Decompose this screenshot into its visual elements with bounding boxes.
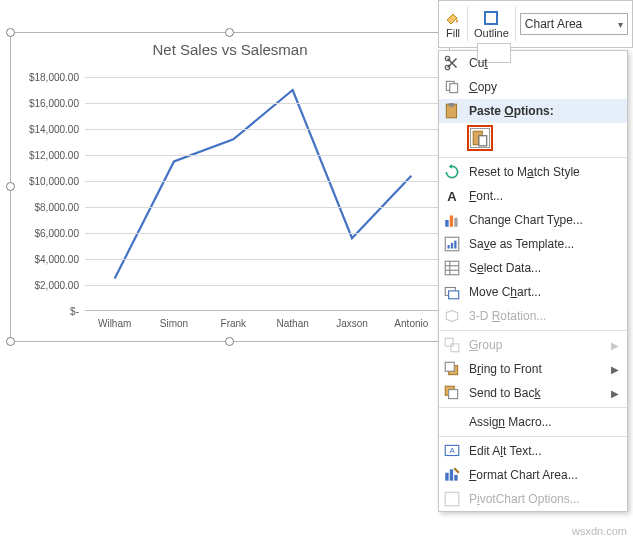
menu-format-chart-area[interactable]: Format Chart Area...: [439, 463, 627, 487]
menu-save-template[interactable]: Save as Template...: [439, 232, 627, 256]
menu-alt-text-label: Edit Alt Text...: [469, 444, 542, 458]
y-tick-label: $16,000.00: [17, 98, 79, 109]
svg-rect-8: [479, 136, 487, 146]
menu-paste-options-label: Paste Options:: [469, 104, 554, 118]
data-line: [85, 77, 441, 311]
paint-bucket-icon: [445, 10, 461, 26]
paste-use-destination-theme-button[interactable]: [467, 125, 493, 151]
x-tick-label: Jaxson: [336, 318, 368, 329]
alt-text-icon: A: [443, 442, 461, 460]
gridline: [85, 77, 441, 78]
menu-bring-to-front[interactable]: Bring to Front ▶: [439, 357, 627, 381]
chart-element-value: Chart Area: [525, 17, 582, 31]
svg-rect-23: [451, 344, 459, 352]
resize-handle-sw[interactable]: [6, 337, 15, 346]
gridline: [85, 129, 441, 130]
y-tick-label: $18,000.00: [17, 72, 79, 83]
svg-rect-10: [450, 216, 453, 227]
gridline: [85, 259, 441, 260]
menu-change-chart-type-label: Change Chart Type...: [469, 213, 583, 227]
menu-3d-label: 3-D Rotation...: [469, 309, 546, 323]
chart-element-dropdown[interactable]: Chart Area ▾: [520, 13, 628, 35]
assign-macro-icon: [443, 413, 461, 431]
x-tick-label: Wilham: [98, 318, 131, 329]
y-tick-label: $8,000.00: [17, 202, 79, 213]
svg-rect-33: [445, 492, 459, 506]
reset-icon: [443, 163, 461, 181]
gridline: [85, 233, 441, 234]
x-tick-label: Frank: [221, 318, 247, 329]
menu-assign-macro[interactable]: Assign Macro...: [439, 410, 627, 434]
menu-font[interactable]: A Font...: [439, 184, 627, 208]
menu-separator: [439, 436, 627, 437]
menu-cut-label: Cut: [469, 56, 488, 70]
menu-separator: [439, 407, 627, 408]
svg-rect-0: [485, 12, 497, 24]
save-template-icon: [443, 235, 461, 253]
menu-edit-alt-text[interactable]: A Edit Alt Text...: [439, 439, 627, 463]
y-tick-label: $-: [17, 306, 79, 317]
scissors-icon: [443, 54, 461, 72]
menu-select-data[interactable]: Select Data...: [439, 256, 627, 280]
svg-rect-15: [454, 241, 456, 249]
outline-label: Outline: [474, 27, 509, 39]
resize-handle-n[interactable]: [225, 28, 234, 37]
menu-move-chart-label: Move Chart...: [469, 285, 541, 299]
gridline: [85, 155, 441, 156]
menu-bring-front-label: Bring to Front: [469, 362, 542, 376]
svg-rect-22: [445, 338, 453, 346]
svg-rect-9: [445, 220, 448, 227]
chart-frame[interactable]: Net Sales vs Salesman $18,000.00$16,000.…: [10, 32, 450, 342]
svg-point-1: [445, 65, 450, 70]
svg-rect-13: [448, 245, 450, 248]
menu-send-to-back[interactable]: Send to Back ▶: [439, 381, 627, 405]
menu-reset-style[interactable]: Reset to Match Style: [439, 160, 627, 184]
menu-save-template-label: Save as Template...: [469, 237, 574, 251]
menu-group-label: Group: [469, 338, 502, 352]
y-tick-label: $14,000.00: [17, 124, 79, 135]
plot-area[interactable]: $18,000.00$16,000.00$14,000.00$12,000.00…: [85, 77, 441, 311]
menu-paste-options-header: Paste Options:: [439, 99, 627, 123]
menu-separator: [439, 330, 627, 331]
menu-cut[interactable]: Cut: [439, 51, 627, 75]
clipboard-icon: [443, 102, 461, 120]
resize-handle-w[interactable]: [6, 182, 15, 191]
gridline: [85, 103, 441, 104]
y-tick-label: $10,000.00: [17, 176, 79, 187]
x-tick-label: Antonio: [394, 318, 428, 329]
resize-handle-nw[interactable]: [6, 28, 15, 37]
group-icon: [443, 336, 461, 354]
resize-handle-s[interactable]: [225, 337, 234, 346]
separator: [515, 6, 516, 42]
svg-rect-14: [451, 243, 453, 249]
context-menu: Cut Copy Paste Options: Reset to Match S…: [438, 50, 628, 512]
chart-type-icon: [443, 211, 461, 229]
menu-assign-macro-label: Assign Macro...: [469, 415, 552, 429]
format-icon: [443, 466, 461, 484]
pivotchart-icon: [443, 490, 461, 508]
fill-label: Fill: [446, 27, 460, 39]
gridline: [85, 285, 441, 286]
svg-rect-21: [449, 291, 459, 299]
y-tick-label: $4,000.00: [17, 254, 79, 265]
menu-change-chart-type[interactable]: Change Chart Type...: [439, 208, 627, 232]
menu-group: Group ▶: [439, 333, 627, 357]
svg-rect-30: [445, 473, 448, 481]
menu-send-back-label: Send to Back: [469, 386, 540, 400]
menu-copy[interactable]: Copy: [439, 75, 627, 99]
select-data-icon: [443, 259, 461, 277]
menu-move-chart[interactable]: Move Chart...: [439, 280, 627, 304]
x-tick-label: Nathan: [277, 318, 309, 329]
menu-separator: [439, 157, 627, 158]
mini-toolbar: Fill Outline Chart Area ▾: [438, 0, 633, 48]
menu-pivotchart-label: PivotChart Options...: [469, 492, 580, 506]
svg-point-2: [445, 56, 450, 61]
submenu-arrow-icon: ▶: [611, 340, 619, 351]
outline-button[interactable]: Outline: [468, 1, 515, 47]
gridline: [85, 207, 441, 208]
fill-button[interactable]: Fill: [439, 1, 467, 47]
svg-rect-25: [445, 362, 454, 371]
y-tick-label: $2,000.00: [17, 280, 79, 291]
svg-rect-31: [450, 469, 453, 480]
chart-title[interactable]: Net Sales vs Salesman: [11, 33, 449, 62]
